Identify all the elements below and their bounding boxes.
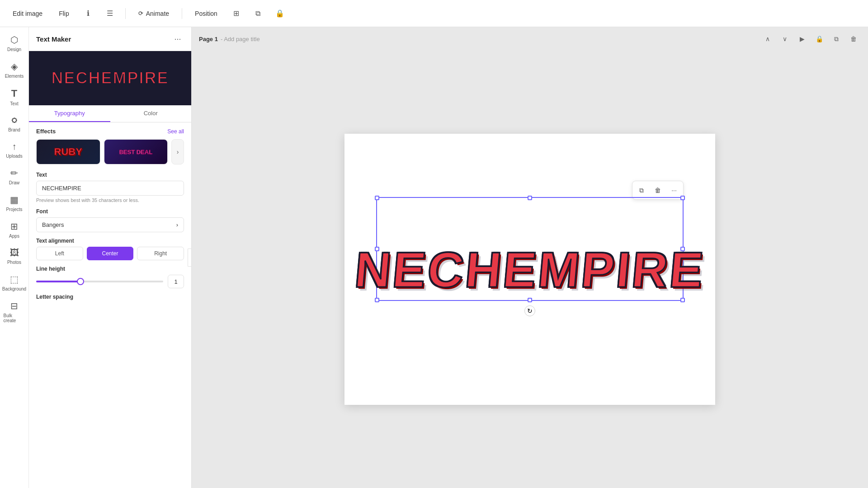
sidebar-item-projects[interactable]: ▦ Projects <box>2 191 27 216</box>
draw-icon: ✏ <box>10 168 18 178</box>
font-value: Bangers <box>42 221 64 228</box>
canvas-up-button[interactable]: ∧ <box>760 32 775 46</box>
line-height-fill <box>36 281 80 282</box>
effect-ruby-text: RUBY <box>54 146 82 158</box>
canvas-controls-right: ∧ ∨ ▶ 🔒 ⧉ 🗑 <box>760 32 861 46</box>
page-frame: ⧉ 🗑 ··· ↻ NECHEMPIRE <box>344 134 715 405</box>
handle-bottom-right[interactable] <box>680 298 685 302</box>
font-field-label: Font <box>36 208 184 215</box>
canvas-preview-button[interactable]: ▶ <box>795 32 809 46</box>
toolbar-divider <box>125 8 126 19</box>
line-height-slider-row: 1 <box>36 275 184 288</box>
alignment-label: Text alignment <box>36 238 184 244</box>
align-right-button[interactable]: Right <box>137 247 184 260</box>
line-height-track[interactable] <box>36 281 163 282</box>
ctx-more-button[interactable]: ··· <box>667 183 681 197</box>
effects-grid: RUBY BEST DEAL › <box>36 139 184 164</box>
canvas-text-element[interactable]: NECHEMPIRE <box>353 241 708 298</box>
photos-icon: 🖼 <box>10 248 19 258</box>
toolbar-divider-2 <box>182 8 182 19</box>
main-area: ⬡ Design ◈ Elements T Text ⭘ Brand ↑ Upl… <box>0 27 868 488</box>
sidebar-item-bulk-create-label: Bulk create <box>4 313 25 323</box>
design-icon: ⬡ <box>10 34 18 45</box>
position-label: Position <box>195 10 217 17</box>
see-all-button[interactable]: See all <box>167 128 184 135</box>
sidebar-item-draw-label: Draw <box>9 180 19 185</box>
filter-button[interactable]: ⧉ <box>250 5 266 22</box>
line-height-thumb[interactable] <box>77 278 84 285</box>
handle-top-right[interactable] <box>680 196 685 200</box>
animate-label: Animate <box>146 10 169 17</box>
sidebar-item-design-label: Design <box>7 47 21 52</box>
sidebar-item-photos-label: Photos <box>7 260 21 265</box>
ctx-delete-button[interactable]: 🗑 <box>651 183 665 197</box>
background-icon: ⬚ <box>10 274 19 285</box>
edit-image-button[interactable]: Edit image <box>7 7 48 20</box>
canvas-header: Page 1 - Add page title ∧ ∨ ▶ 🔒 ⧉ 🗑 <box>192 27 868 51</box>
sidebar-item-text-label: Text <box>10 101 18 106</box>
animate-button[interactable]: ⟳ Animate <box>133 7 175 20</box>
tab-color[interactable]: Color <box>110 105 192 122</box>
effect-next-button[interactable]: › <box>171 139 184 164</box>
sidebar-item-elements[interactable]: ◈ Elements <box>2 57 27 82</box>
effects-header: Effects See all <box>36 128 184 135</box>
sidebar-item-apps-label: Apps <box>9 234 19 239</box>
top-toolbar: Edit image Flip ℹ ☰ ⟳ Animate Position ⊞… <box>0 0 868 27</box>
font-chevron-icon: › <box>176 221 178 228</box>
brand-icon: ⭘ <box>10 115 19 126</box>
handle-top-center[interactable] <box>528 196 532 200</box>
panel: Text Maker ··· NECHEMPIRE Typography Col… <box>29 27 192 488</box>
projects-icon: ▦ <box>10 194 19 205</box>
sidebar-item-text[interactable]: T Text <box>2 84 27 110</box>
preview-area: NECHEMPIRE <box>29 51 191 105</box>
sidebar-item-uploads[interactable]: ↑ Uploads <box>2 138 27 162</box>
effect-deal-item[interactable]: BEST DEAL <box>104 139 168 164</box>
uploads-icon: ↑ <box>12 141 17 152</box>
effect-ruby-item[interactable]: RUBY <box>36 139 100 164</box>
handle-bottom-center[interactable] <box>528 298 532 302</box>
ctx-copy-button[interactable]: ⧉ <box>634 183 649 197</box>
align-button[interactable]: ☰ <box>102 5 118 22</box>
panel-menu-button[interactable]: ··· <box>171 33 184 45</box>
rotation-handle[interactable]: ↻ <box>524 305 535 316</box>
sidebar-item-apps[interactable]: ⊞ Apps <box>2 217 27 242</box>
text-field-label: Text <box>36 172 184 178</box>
sidebar-item-design[interactable]: ⬡ Design <box>2 31 27 56</box>
sidebar-item-brand[interactable]: ⭘ Brand <box>2 112 27 136</box>
line-height-label: Line height <box>36 266 184 272</box>
panel-content: Effects See all RUBY BEST DEAL › Text Pr… <box>29 122 191 488</box>
text-hint: Preview shows best with 35 characters or… <box>36 197 184 203</box>
page-label: Page 1 <box>199 36 218 42</box>
collapse-handle[interactable]: ‹ <box>188 249 192 267</box>
sidebar-item-elements-label: Elements <box>5 74 24 79</box>
font-selector[interactable]: Bangers › <box>36 217 184 232</box>
canvas-workspace[interactable]: ⧉ 🗑 ··· ↻ NECHEMPIRE <box>192 51 868 488</box>
effects-title: Effects <box>36 128 56 135</box>
tab-typography[interactable]: Typography <box>29 105 110 122</box>
sidebar-item-photos[interactable]: 🖼 Photos <box>2 244 27 268</box>
align-center-button[interactable]: Center <box>87 247 134 260</box>
grid-button[interactable]: ⊞ <box>228 5 245 22</box>
canvas-down-button[interactable]: ∨ <box>778 32 792 46</box>
flip-button[interactable]: Flip <box>53 7 75 20</box>
sidebar-item-draw[interactable]: ✏ Draw <box>2 164 27 189</box>
info-button[interactable]: ℹ <box>80 5 96 22</box>
text-input[interactable] <box>36 181 184 196</box>
canvas-duplicate-button[interactable]: ⧉ <box>829 32 844 46</box>
text-icon: T <box>11 88 17 99</box>
letter-spacing-label: Letter spacing <box>36 294 184 300</box>
panel-title: Text Maker <box>36 35 71 43</box>
sidebar-item-background-label: Background <box>2 286 26 291</box>
position-button[interactable]: Position <box>189 7 223 20</box>
sidebar-item-background[interactable]: ⬚ Background <box>2 270 27 295</box>
sidebar-item-projects-label: Projects <box>6 207 22 212</box>
canvas-delete-button[interactable]: 🗑 <box>846 32 861 46</box>
elements-icon: ◈ <box>11 61 18 72</box>
lock-button[interactable]: 🔒 <box>272 5 288 22</box>
canvas-lock-button[interactable]: 🔒 <box>812 32 826 46</box>
page-title-placeholder[interactable]: - Add page title <box>221 36 260 42</box>
align-left-button[interactable]: Left <box>36 247 83 260</box>
handle-bottom-left[interactable] <box>375 298 379 302</box>
sidebar-item-bulk-create[interactable]: ⊟ Bulk create <box>2 297 27 327</box>
handle-top-left[interactable] <box>375 196 379 200</box>
